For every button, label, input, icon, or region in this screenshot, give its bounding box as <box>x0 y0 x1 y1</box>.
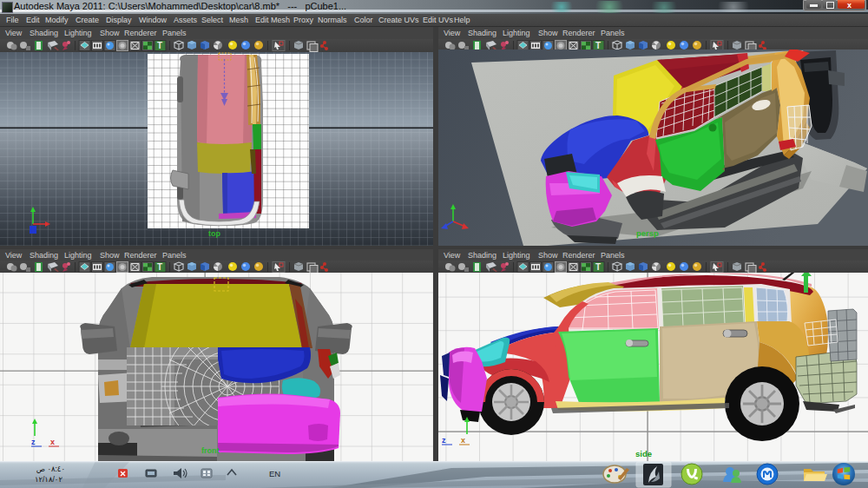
svg-text:x: x <box>461 436 465 445</box>
svg-text:side: side <box>635 449 652 458</box>
svg-text:z: z <box>31 438 36 446</box>
svg-text:x: x <box>50 438 55 446</box>
svg-text:٠٨:٤٠ ص: ٠٨:٤٠ ص <box>36 465 65 473</box>
svg-text:persp: persp <box>636 228 659 238</box>
svg-text:١٢/١٨/٠٢: ١٢/١٨/٠٢ <box>35 475 63 484</box>
svg-text:z: z <box>442 436 446 445</box>
svg-text:T: T <box>157 41 162 50</box>
svg-text:EN: EN <box>269 469 280 478</box>
svg-text:T: T <box>157 262 162 272</box>
svg-text:T: T <box>595 262 601 272</box>
svg-text:front: front <box>201 446 220 455</box>
svg-text:top: top <box>208 229 220 238</box>
